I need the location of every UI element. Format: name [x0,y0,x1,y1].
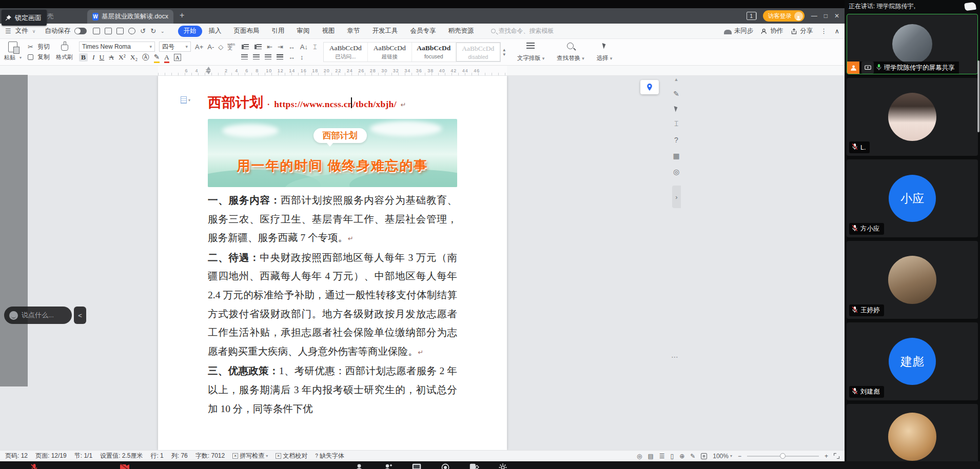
paste-button[interactable]: 粘贴▾ [4,41,22,63]
paragraph-style-anchor[interactable]: ▾ [181,96,190,104]
distribute-icon[interactable]: ↔ [288,54,295,60]
zoom-slider-knob[interactable] [780,453,786,459]
tab-stops-icon[interactable]: ⌶ [313,44,317,50]
enclosed-char-button[interactable]: Ⓐ [142,53,149,62]
slider-tool-icon[interactable]: ⌶ [674,119,678,128]
doc-locate-button[interactable] [640,80,659,94]
redo-icon[interactable]: ↻ [150,27,156,35]
tag-tool-icon[interactable]: ◎ [673,168,679,176]
zoom-slider[interactable] [747,456,819,457]
tab-references[interactable]: 引用 [266,26,290,37]
invite-icon[interactable] [384,463,392,469]
align-left-icon[interactable] [241,54,248,60]
tab-view[interactable]: 视图 [317,26,341,37]
style-focused[interactable]: AaBbCcDd focused [412,43,456,62]
tab-insert[interactable]: 插入 [203,26,227,37]
page-view-icon[interactable]: ▤ [648,453,653,460]
cut-button[interactable]: ✂剪切 [28,42,50,52]
zoom-level[interactable]: 100%▾ [713,453,732,460]
spellcheck-toggle[interactable]: ✕拼写检查▾ [232,452,268,460]
sort-icon[interactable]: A↓ [300,44,308,50]
close-button[interactable]: ✕ [834,12,839,19]
ruler[interactable]: 6 4 2 2 4 6 8 10 12 14 16 18 20 22 24 26… [0,66,845,76]
sidebar-scrollbar[interactable] [977,60,979,132]
increase-indent-icon[interactable]: ⇥ [278,44,283,50]
superscript-button[interactable]: X² [119,53,126,62]
save-icon[interactable] [93,28,100,34]
print-preview-icon[interactable] [128,28,135,34]
tab-review[interactable]: 审阅 [291,26,316,37]
heading-url[interactable]: https://www.ncss.cn/tbch/xbjh/ [274,99,397,110]
increase-font-button[interactable]: A+ [195,44,203,50]
emoji-icon[interactable] [9,311,18,320]
members-icon[interactable] [355,463,363,469]
outline-view-icon[interactable]: ☰ [659,453,665,460]
keyboard-icon[interactable] [412,463,421,469]
banner-image[interactable]: 西部计划 用一年的时间 做终身难忘的事 [208,119,457,187]
fullscreen-icon[interactable] [834,453,839,459]
format-painter-button[interactable]: 格式刷 [56,41,73,63]
font-size-select[interactable]: 四号▾ [159,42,191,52]
chat-collapse-button[interactable]: < [74,307,86,324]
file-menu[interactable]: 文件 [15,27,28,35]
collaborate-button[interactable]: 协作 [761,27,783,35]
decrease-indent-icon[interactable]: ⇤ [267,44,272,50]
style-visited[interactable]: AaBbCcDd 已访问... [324,43,368,62]
char-border-button[interactable]: A [174,54,181,61]
align-center-icon[interactable] [253,54,260,60]
tab-dev-tools[interactable]: 开发工具 [367,26,404,37]
camera-off-red-icon[interactable] [120,463,130,469]
styles-up-icon[interactable]: ▲ [502,48,506,52]
participant-tile[interactable]: 小应 方小应 [847,159,978,237]
select-button[interactable]: 选择▾ [594,41,616,63]
participant-tile[interactable]: L. [847,78,978,156]
document-page[interactable]: ▾ 西部计划 · https://www.ncss.cn/tbch/xbjh/ … [158,76,507,450]
undo-icon[interactable]: ↺ [140,27,146,35]
participant-tile-presenter[interactable]: 理学院陈传宇的屏幕共享 [847,14,978,74]
tab-docer[interactable]: 稻壳资源 [443,26,480,37]
tab-section[interactable]: 章节 [342,26,366,37]
guest-login-button[interactable]: 访客登录 [763,10,805,22]
copy-button[interactable]: 复制 [28,52,50,63]
pinyin-guide-button[interactable]: wén 文 [227,43,235,50]
eye-protect-icon[interactable]: ◎ [637,453,642,460]
document-tab[interactable]: W 基层就业政策解读.docx [87,10,173,24]
collapse-ribbon-icon[interactable]: ∧ [835,27,839,35]
font-name-select[interactable]: Times New Roma▾ [79,42,155,52]
export-icon[interactable] [105,28,112,34]
bold-button[interactable]: B [79,53,88,62]
style-hyperlink[interactable]: AaBbCcDd 超链接 [368,43,412,62]
more-tools-icon[interactable]: ⋯ [671,353,678,361]
clear-format-icon[interactable]: ◇ [218,44,223,50]
maximize-button[interactable]: □ [824,12,828,19]
styles-down-icon[interactable]: ▼ [502,52,506,57]
command-search[interactable]: 查找命令、搜索模板 [491,27,554,35]
italic-button[interactable]: I [92,53,95,62]
edit-pen-icon[interactable]: ✎ [673,90,679,98]
scroll-up-icon[interactable]: ▲ [674,77,679,82]
decrease-font-button[interactable]: A- [207,44,214,50]
tab-home[interactable]: 开始 [178,26,202,37]
line-spacing-icon[interactable]: ↕ [300,54,304,60]
window-count-badge[interactable]: 1 [747,12,756,20]
tab-page-layout[interactable]: 页面布局 [228,26,265,37]
status-word-count[interactable]: 字数: 7012 [195,452,225,460]
new-tab-button[interactable]: + [180,11,184,20]
web-view-icon[interactable]: ⊕ [679,453,684,460]
share-screen-icon[interactable] [469,463,479,469]
tab-member[interactable]: 会员专享 [405,26,442,37]
autosave-toggle[interactable] [74,28,87,34]
subscript-button[interactable]: X₂ [130,53,138,62]
font-color-button[interactable]: A [164,53,169,62]
more-menu-icon[interactable]: ⋮ [820,27,827,35]
record-icon[interactable] [441,463,449,469]
background-tab[interactable]: 壳 [47,12,54,21]
bullet-list-icon[interactable] [244,44,249,50]
zoom-in-icon[interactable]: + [825,453,828,460]
help-icon[interactable]: ? [674,136,678,144]
print-icon[interactable] [116,28,124,34]
meeting-chat-input[interactable]: 说点什么... [4,307,72,324]
highlight-button[interactable]: ✎ [154,53,160,62]
style-disabled[interactable]: AaBbCcDd disabled [456,43,500,62]
proofing-toggle[interactable]: ✕文档校对 [276,452,307,460]
